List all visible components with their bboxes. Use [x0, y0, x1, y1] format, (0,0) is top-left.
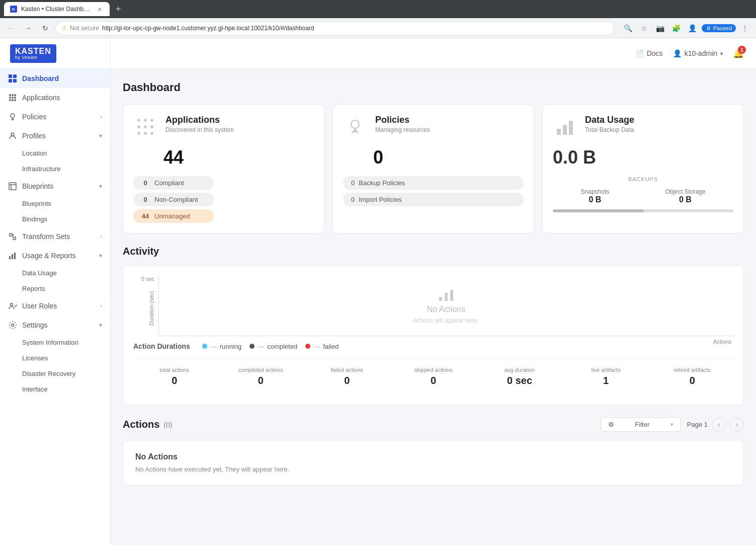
failed-legend-label: failed: [323, 343, 339, 350]
policies-pills: 0 Backup Policies 0 Import Policies: [343, 176, 524, 206]
policies-card-title-area: Policies Managing resources: [375, 115, 430, 133]
compliant-pill[interactable]: 0 Compliant: [133, 176, 214, 190]
svg-point-4: [9, 94, 11, 96]
sidebar-item-transform-sets[interactable]: Transform Sets ›: [0, 227, 110, 246]
notifications-bell[interactable]: 🔔 1: [733, 48, 744, 59]
sidebar-item-location[interactable]: Location: [0, 145, 110, 161]
sidebar-label-dashboard: Dashboard: [22, 74, 59, 83]
svg-rect-35: [439, 297, 442, 301]
sidebar-item-usage-reports[interactable]: Usage & Reports ▾: [0, 246, 110, 265]
policies-card-title: Policies: [375, 115, 430, 125]
object-storage-value: 0 B: [665, 195, 705, 204]
tab-close-button[interactable]: ✕: [96, 5, 104, 13]
snapshots-label: Snapshots: [581, 188, 610, 195]
sidebar-item-blueprints-sub[interactable]: Blueprints: [0, 196, 110, 211]
backups-row: Snapshots 0 B Object Storage 0 B: [553, 188, 733, 204]
sidebar-item-applications[interactable]: Applications: [0, 88, 110, 107]
policies-card-subtitle: Managing resources: [375, 126, 430, 133]
non-compliant-pill[interactable]: 0 Non-Compliant: [133, 193, 214, 206]
url-display: http://gl-tor-upc-cp-gw-node1.customer.y…: [102, 25, 314, 32]
page-title: Dashboard: [123, 81, 744, 94]
browser-controls: ← → ↻ ⚠ Not secure http://gl-tor-upc-cp-…: [0, 18, 756, 38]
svg-rect-1: [13, 74, 17, 78]
stats-row: total actions 0 completed actions 0 fail…: [133, 358, 733, 395]
address-bar[interactable]: ⚠ Not secure http://gl-tor-upc-cp-gw-nod…: [55, 21, 614, 35]
sidebar-item-blueprints[interactable]: Blueprints ▾: [0, 177, 110, 196]
forward-button[interactable]: →: [21, 21, 35, 35]
svg-point-31: [351, 120, 359, 128]
object-storage-label: Object Storage: [665, 188, 705, 195]
snapshots-stat: Snapshots 0 B: [581, 188, 610, 204]
chart-y-axis: Duration (sec) 0 sec: [133, 276, 158, 336]
svg-rect-37: [450, 290, 453, 301]
sidebar-item-licenses[interactable]: Licenses: [0, 350, 110, 366]
sidebar-item-profiles[interactable]: Profiles ▾: [0, 126, 110, 145]
next-page-button[interactable]: ›: [730, 418, 744, 432]
browser-tab[interactable]: K Kasten • Cluster Dashboard ✕: [4, 2, 110, 16]
sidebar-label-user-roles: User Roles: [22, 302, 57, 310]
svg-point-19: [11, 303, 13, 306]
prev-page-button[interactable]: ‹: [712, 418, 726, 432]
logo[interactable]: KASTEN by Veeam: [10, 44, 56, 63]
bookmark-icon[interactable]: ☆: [637, 21, 651, 35]
unmanaged-pill[interactable]: 44 Unmanaged: [133, 209, 214, 223]
applications-card-icon: [133, 115, 157, 139]
non-compliant-count: 0: [140, 196, 150, 203]
search-icon[interactable]: 🔍: [621, 21, 635, 35]
reload-button[interactable]: ↻: [38, 21, 52, 35]
running-legend-label: running: [220, 343, 241, 350]
sidebar-item-infrastructure[interactable]: Infrastructure: [0, 161, 110, 177]
profile-icon[interactable]: 👤: [686, 21, 700, 35]
actions-title-group: Actions (0): [123, 419, 172, 430]
docs-link[interactable]: 📄 Docs: [635, 49, 663, 57]
sidebar-label-applications: Applications: [22, 94, 60, 102]
unmanaged-label: Unmanaged: [154, 212, 190, 220]
snapshots-value: 0 B: [581, 195, 610, 204]
sidebar-item-dashboard[interactable]: Dashboard: [0, 69, 110, 88]
profiles-chevron-icon: ▾: [99, 132, 102, 139]
sidebar-item-system-information[interactable]: System Information: [0, 335, 110, 350]
screenshot-icon[interactable]: 📷: [653, 21, 667, 35]
sidebar-item-user-roles[interactable]: User Roles ›: [0, 296, 110, 316]
sidebar-item-disaster-recovery[interactable]: Disaster Recovery: [0, 366, 110, 381]
sidebar-item-reports[interactable]: Reports: [0, 281, 110, 296]
svg-point-27: [150, 125, 153, 128]
completed-actions-value: 0: [220, 375, 302, 386]
app-container: Dashboard Applications Policies › Profil…: [0, 69, 756, 545]
pagination: Page 1 ‹ ›: [687, 418, 744, 432]
sidebar-label-policies: Policies: [22, 113, 46, 121]
svg-rect-2: [9, 79, 12, 83]
sidebar-label-system-information: System Information: [22, 339, 78, 346]
user-menu[interactable]: 👤 k10-admin ▾: [673, 49, 723, 57]
svg-point-10: [9, 99, 11, 101]
sidebar-item-interface[interactable]: Interface: [0, 381, 110, 397]
app-header: KASTEN by Veeam 📄 Docs 👤 k10-admin ▾ 🔔 1: [0, 38, 756, 69]
applications-card-subtitle: Discovered in this system: [165, 126, 234, 133]
browser-chrome: K Kasten • Cluster Dashboard ✕ +: [0, 0, 756, 18]
backup-policies-count: 0: [351, 179, 355, 187]
filter-button[interactable]: ⚙ Filter ▾: [601, 417, 681, 432]
legend-failed: — failed: [305, 343, 339, 350]
backup-policies-pill[interactable]: 0 Backup Policies: [343, 176, 524, 190]
failed-actions-value: 0: [306, 375, 388, 386]
sidebar-item-settings[interactable]: Settings ▾: [0, 316, 110, 335]
sidebar-label-infrastructure: Infrastructure: [22, 165, 61, 173]
policies-icon: [8, 112, 17, 121]
data-usage-card-title-area: Data Usage Total Backup Data: [585, 115, 634, 133]
security-label: Not secure: [70, 25, 99, 32]
menu-icon[interactable]: ⋮: [738, 21, 752, 35]
extensions-icon[interactable]: 🧩: [669, 21, 684, 35]
paused-badge: ⏸ Paused: [702, 24, 736, 32]
import-policies-pill[interactable]: 0 Import Policies: [343, 193, 524, 206]
completed-legend-separator: —: [258, 343, 264, 350]
sidebar-item-data-usage[interactable]: Data Usage: [0, 265, 110, 281]
skipped-actions-value: 0: [392, 375, 475, 386]
sidebar-item-policies[interactable]: Policies ›: [0, 107, 110, 126]
new-tab-button[interactable]: +: [113, 4, 124, 15]
logo-text: KASTEN: [15, 47, 51, 55]
sidebar-label-interface: Interface: [22, 385, 48, 393]
sidebar-item-bindings[interactable]: Bindings: [0, 211, 110, 227]
back-button[interactable]: ←: [4, 21, 18, 35]
policies-chevron-icon: ›: [100, 113, 102, 120]
sidebar-label-disaster-recovery: Disaster Recovery: [22, 370, 75, 377]
